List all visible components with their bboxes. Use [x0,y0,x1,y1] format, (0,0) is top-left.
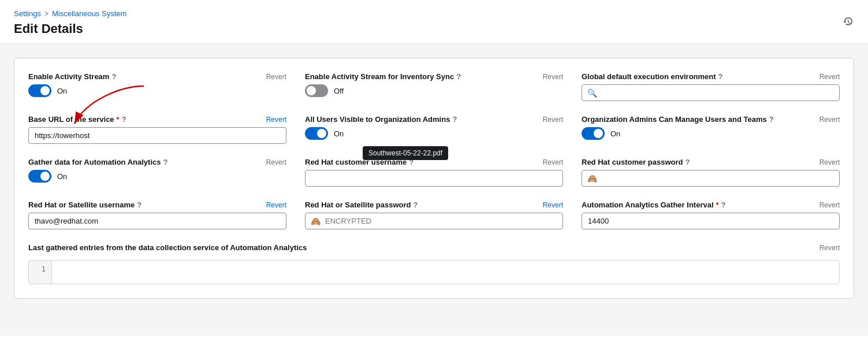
enable-activity-stream-toggle[interactable] [28,84,51,97]
last-gathered-revert[interactable]: Revert [819,244,840,252]
form-card: Enable Activity Stream ? Revert On [14,58,854,299]
redhat-satellite-password-encrypted-wrapper: 🙈 [305,213,563,229]
enable-activity-stream-inventory-label: Enable Activity Stream for Inventory Syn… [305,72,461,81]
all-users-visible-revert[interactable]: Revert [543,116,563,124]
field-header: Enable Activity Stream ? Revert [28,72,286,81]
redhat-satellite-username-help-icon[interactable]: ? [137,200,141,209]
all-users-visible-label: All Users Visible to Organization Admins… [305,115,457,124]
org-admins-manage-field: Organization Admins Can Manage Users and… [582,115,840,144]
automation-analytics-interval-help-icon[interactable]: ? [721,200,726,209]
redhat-satellite-username-input[interactable]: thavo@redhat.com [28,213,286,229]
last-gathered-content[interactable] [52,261,839,284]
automation-analytics-interval-input[interactable]: 14400 [582,213,840,229]
enable-activity-stream-inventory-help-icon[interactable]: ? [456,72,461,81]
redhat-customer-username-revert[interactable]: Revert [543,158,563,166]
enable-activity-stream-toggle-row: On [28,84,286,97]
org-admins-manage-label: Organization Admins Can Manage Users and… [582,115,774,124]
enable-activity-stream-inventory-toggle-label: Off [334,87,344,95]
redhat-customer-password-input[interactable] [582,170,840,187]
breadcrumb-current: Miscellaneous System [52,9,126,18]
breadcrumb-separator: > [44,10,49,18]
redhat-customer-password-revert[interactable]: Revert [819,158,840,166]
enable-activity-stream-inventory-revert[interactable]: Revert [543,73,563,81]
eye-slash-icon-2: 🙈 [311,217,321,226]
field-header: Automation Analytics Gather Interval * ?… [582,200,840,209]
redhat-customer-password-label: Red Hat customer password ? [582,158,690,166]
redhat-satellite-password-label: Red Hat or Satellite password ? [305,200,418,209]
enable-activity-stream-field: Enable Activity Stream ? Revert On [28,72,286,101]
redhat-customer-username-input[interactable] [305,170,563,187]
redhat-satellite-password-help-icon[interactable]: ? [413,200,418,209]
gather-data-toggle-label: On [57,172,67,181]
global-default-execution-env-help-icon[interactable]: ? [718,72,723,81]
enable-activity-stream-inventory-toggle[interactable] [305,84,328,97]
field-header: Global default execution environment ? R… [582,72,840,81]
field-header: Base URL of the service * ? Revert [28,115,286,124]
org-admins-manage-revert[interactable]: Revert [819,116,840,124]
automation-analytics-interval-field: Automation Analytics Gather Interval * ?… [582,200,840,229]
global-default-execution-env-label: Global default execution environment ? [582,72,723,81]
form-grid: Enable Activity Stream ? Revert On [28,72,840,284]
redhat-satellite-username-revert[interactable]: Revert [266,201,286,209]
gather-data-help-icon[interactable]: ? [163,158,167,166]
base-url-required: * [117,115,120,124]
gather-data-toggle-row: On [28,170,286,183]
global-default-execution-env-field: Global default execution environment ? R… [582,72,840,101]
all-users-visible-toggle-row: On [305,127,563,140]
redhat-customer-username-field: Red Hat customer username ? Revert South… [305,158,563,187]
automation-analytics-interval-required: * [716,200,719,209]
content-area: Enable Activity Stream ? Revert On [0,44,868,336]
global-default-execution-env-input[interactable] [582,84,840,101]
base-url-revert[interactable]: Revert [266,116,286,124]
field-header: Red Hat or Satellite username ? Revert [28,200,286,209]
enable-activity-stream-revert[interactable]: Revert [266,73,286,81]
field-header: Organization Admins Can Manage Users and… [582,115,840,124]
field-header: All Users Visible to Organization Admins… [305,115,563,124]
gather-data-field: Gather data for Automation Analytics ? R… [28,158,286,187]
gather-data-label: Gather data for Automation Analytics ? [28,158,167,166]
redhat-customer-password-help-icon[interactable]: ? [686,158,690,166]
all-users-visible-toggle-label: On [334,129,344,138]
last-gathered-textarea-wrapper: 1 [28,260,840,284]
tooltip-popup: Southwest-05-22-22.pdf [363,146,448,160]
history-button[interactable] [843,16,854,31]
base-url-field: Base URL of the service * ? Revert https… [28,115,286,144]
redhat-customer-password-encrypted-wrapper: 🙈 [582,170,840,187]
org-admins-manage-toggle-label: On [610,129,620,138]
global-default-execution-env-search-wrapper: 🔍 [582,84,840,101]
line-numbers: 1 [29,261,52,284]
base-url-help-icon[interactable]: ? [122,115,126,124]
automation-analytics-interval-label: Automation Analytics Gather Interval * ? [582,200,726,209]
enable-activity-stream-inventory-field: Enable Activity Stream for Inventory Syn… [305,72,563,101]
all-users-visible-toggle[interactable] [305,127,328,140]
redhat-satellite-password-input[interactable] [305,213,563,229]
last-gathered-field: Last gathered entries from the data coll… [28,243,840,284]
last-gathered-label: Last gathered entries from the data coll… [28,243,307,252]
redhat-satellite-password-revert[interactable]: Revert [543,201,563,209]
last-gathered-header: Last gathered entries from the data coll… [28,243,840,252]
global-default-execution-env-revert[interactable]: Revert [819,73,840,81]
enable-activity-stream-inventory-toggle-row: Off [305,84,563,97]
redhat-satellite-password-field: Red Hat or Satellite password ? Revert 🙈 [305,200,563,229]
field-header: Red Hat customer password ? Revert [582,158,840,166]
base-url-label: Base URL of the service * ? [28,115,126,124]
eye-slash-icon: 🙈 [587,174,597,183]
breadcrumb-settings-link[interactable]: Settings [14,9,41,18]
redhat-customer-password-field: Red Hat customer password ? Revert 🙈 [582,158,840,187]
enable-activity-stream-help-icon[interactable]: ? [111,72,116,81]
org-admins-manage-help-icon[interactable]: ? [769,115,774,124]
all-users-visible-help-icon[interactable]: ? [452,115,457,124]
gather-data-revert[interactable]: Revert [266,158,286,166]
gather-data-toggle[interactable] [28,170,51,183]
enable-activity-stream-label: Enable Activity Stream ? [28,72,116,81]
org-admins-manage-toggle[interactable] [582,127,605,140]
enable-activity-stream-toggle-label: On [57,87,67,95]
page-title: Edit Details [14,21,83,36]
field-header: Enable Activity Stream for Inventory Syn… [305,72,563,81]
field-header: Red Hat or Satellite password ? Revert [305,200,563,209]
all-users-visible-field: All Users Visible to Organization Admins… [305,115,563,144]
base-url-input[interactable]: https://towerhost [28,127,286,144]
org-admins-manage-toggle-row: On [582,127,840,140]
breadcrumb: Settings > Miscellaneous System [14,9,854,18]
automation-analytics-interval-revert[interactable]: Revert [819,201,840,209]
